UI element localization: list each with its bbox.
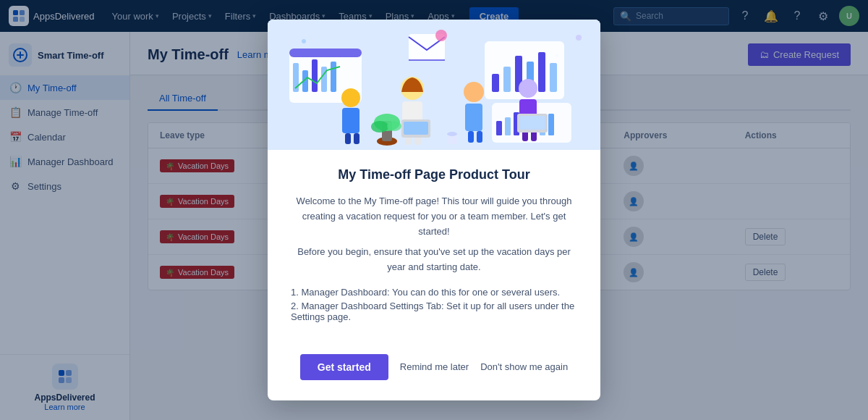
svg-point-60: [519, 79, 537, 98]
svg-rect-38: [548, 114, 554, 135]
product-tour-modal: My Time-off Page Product Tour Welcome to…: [268, 20, 600, 400]
svg-point-56: [371, 121, 388, 133]
svg-rect-42: [354, 133, 359, 144]
svg-point-11: [576, 35, 582, 41]
svg-rect-33: [505, 117, 511, 135]
svg-rect-30: [550, 63, 557, 92]
svg-rect-40: [342, 108, 359, 133]
modal-actions: Get started Remind me later Don't show m…: [291, 354, 577, 380]
svg-rect-18: [312, 59, 318, 92]
modal-paragraph-2: Before you begin, ensure that you've set…: [291, 245, 577, 275]
modal-list-item-2: 2. Manager Dashboard Settings Tab: Set i…: [291, 301, 577, 322]
svg-rect-52: [477, 131, 482, 143]
svg-rect-25: [492, 74, 499, 92]
svg-rect-32: [496, 121, 502, 135]
modal-illustration: [268, 20, 600, 150]
modal-paragraph-1: Welcome to the My Time-off page! This to…: [291, 194, 577, 239]
svg-rect-26: [503, 67, 511, 92]
svg-rect-29: [538, 52, 545, 92]
svg-rect-15: [289, 49, 362, 57]
svg-point-39: [341, 88, 360, 107]
svg-point-57: [387, 121, 401, 131]
svg-rect-51: [468, 131, 474, 143]
dont-show-button[interactable]: Don't show me again: [480, 361, 568, 372]
svg-point-49: [464, 82, 484, 102]
modal-title: My Time-off Page Product Tour: [291, 167, 577, 182]
svg-rect-50: [465, 104, 482, 131]
svg-rect-48: [404, 122, 428, 135]
modal-list-item-1: 1. Manager Dashboard: You can do this fo…: [291, 287, 577, 298]
remind-later-button[interactable]: Remind me later: [400, 361, 469, 372]
svg-point-10: [302, 39, 306, 43]
svg-rect-65: [519, 116, 545, 130]
svg-rect-20: [331, 62, 336, 92]
modal-overlay[interactable]: My Time-off Page Product Tour Welcome to…: [0, 0, 868, 420]
svg-rect-41: [345, 133, 351, 144]
modal-body: My Time-off Page Product Tour Welcome to…: [268, 150, 600, 400]
get-started-button[interactable]: Get started: [300, 354, 388, 380]
svg-point-59: [447, 132, 457, 136]
modal-list: 1. Manager Dashboard: You can do this fo…: [291, 287, 577, 325]
svg-point-23: [435, 30, 447, 41]
